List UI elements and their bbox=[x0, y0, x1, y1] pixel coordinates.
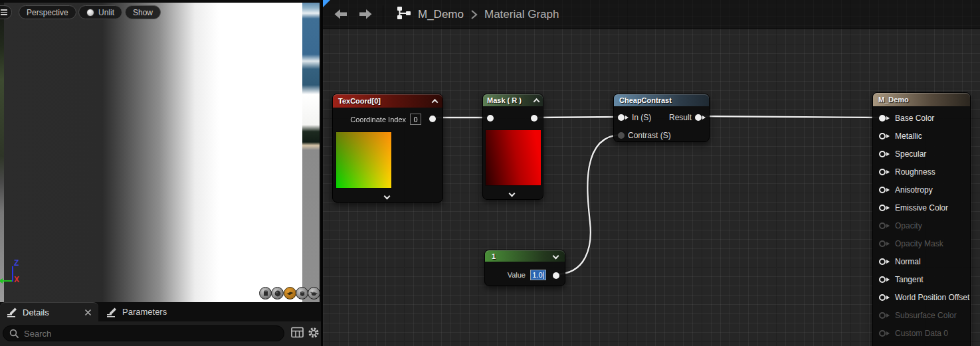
material-preview-viewport[interactable]: Perspective Unlit Show Z X bbox=[0, 0, 321, 302]
contrast-contrast-label: Contrast (S) bbox=[628, 131, 671, 140]
coordinate-index-field[interactable]: 0 bbox=[410, 114, 421, 125]
mask-output-pin[interactable] bbox=[531, 115, 538, 122]
node-constant-titlebar[interactable]: 1 bbox=[485, 250, 565, 262]
parameters-pencil-icon bbox=[106, 307, 117, 317]
contrast-result-pin[interactable] bbox=[695, 114, 706, 121]
node-cheapcontrast-titlebar[interactable]: CheapContrast bbox=[614, 94, 709, 106]
material-input-row[interactable]: Tangent bbox=[873, 270, 970, 288]
mask-input-pin[interactable] bbox=[487, 115, 494, 122]
material-input-row: Opacity bbox=[873, 216, 970, 234]
metallic-pin[interactable] bbox=[879, 133, 890, 139]
breadcrumb-asset-name[interactable]: M_Demo bbox=[418, 8, 464, 21]
node-cheapcontrast-title: CheapContrast bbox=[619, 96, 672, 104]
settings-button[interactable] bbox=[308, 327, 320, 341]
tab-details[interactable]: Details bbox=[0, 302, 98, 321]
node-material-output-titlebar[interactable]: M_Demo bbox=[873, 93, 970, 106]
preview-shape-sphere-button[interactable] bbox=[271, 287, 284, 300]
details-pencil-icon bbox=[7, 307, 17, 317]
material-input-row[interactable]: Anisotropy bbox=[873, 181, 970, 199]
breadcrumb-chevron-icon bbox=[470, 9, 478, 20]
graph-header: M_Demo Material Graph bbox=[323, 0, 980, 29]
text-caret bbox=[543, 272, 544, 279]
perspective-label: Perspective bbox=[27, 8, 68, 17]
back-arrow-icon bbox=[334, 9, 347, 20]
search-icon bbox=[9, 329, 19, 339]
contrast-contrast-pin[interactable] bbox=[618, 132, 625, 139]
display-options-button[interactable] bbox=[291, 327, 304, 341]
forward-button[interactable] bbox=[357, 8, 373, 21]
base-color-pin[interactable] bbox=[879, 115, 890, 122]
tab-parameters-label: Parameters bbox=[122, 307, 167, 317]
material-input-row[interactable]: Specular bbox=[873, 145, 970, 163]
view-mode-dropdown-button[interactable]: Unlit bbox=[78, 5, 122, 19]
search-box[interactable] bbox=[3, 325, 284, 341]
tab-well: Details Parameters bbox=[0, 302, 321, 321]
anisotropy-pin[interactable] bbox=[879, 187, 890, 193]
preview-toggle-chevron-icon[interactable] bbox=[509, 191, 516, 197]
show-dropdown-button[interactable]: Show bbox=[125, 5, 161, 19]
collapse-chevron-icon[interactable] bbox=[432, 98, 439, 105]
material-input-row[interactable]: Roughness bbox=[873, 163, 970, 181]
material-editor-window: Perspective Unlit Show Z X bbox=[0, 0, 980, 346]
tab-details-label: Details bbox=[23, 307, 79, 317]
back-button[interactable] bbox=[332, 8, 348, 21]
node-constant[interactable]: 1 Value 1.0 bbox=[484, 250, 565, 286]
axis-gizmo: Z X bbox=[0, 258, 27, 288]
wire-mask-to-contrast bbox=[534, 117, 621, 118]
roughness-pin[interactable] bbox=[879, 169, 890, 175]
node-texcoord[interactable]: TexCoord[0] Coordinate Index 0 bbox=[332, 94, 443, 203]
tangent-pin[interactable] bbox=[879, 276, 890, 283]
tab-close-button[interactable] bbox=[84, 309, 92, 316]
material-input-row[interactable]: Emissive Color bbox=[873, 199, 970, 216]
node-material-output[interactable]: M_Demo Base Color Metallic Specular Roug… bbox=[872, 92, 971, 346]
material-input-row[interactable]: Metallic bbox=[873, 127, 970, 145]
environment-background-left bbox=[0, 0, 4, 302]
opacity-mask-pin bbox=[879, 240, 890, 247]
node-constant-title: 1 bbox=[492, 252, 496, 260]
tab-parameters[interactable]: Parameters bbox=[100, 302, 173, 321]
custom-data-0-pin bbox=[879, 330, 890, 337]
contrast-in-label: In (S) bbox=[632, 113, 651, 122]
preview-shape-plane-button[interactable] bbox=[284, 287, 296, 300]
node-texcoord-title: TexCoord[0] bbox=[338, 97, 381, 105]
material-input-row[interactable]: Base Color bbox=[873, 109, 970, 127]
material-input-row[interactable]: World Position Offset bbox=[873, 288, 970, 306]
close-icon bbox=[84, 309, 92, 316]
node-mask[interactable]: Mask ( R ) bbox=[482, 94, 543, 200]
search-input[interactable] bbox=[24, 329, 278, 339]
mask-preview-swatch bbox=[485, 130, 541, 186]
material-input-row[interactable]: Normal bbox=[873, 252, 970, 270]
constant-output-pin[interactable] bbox=[553, 272, 559, 279]
preview-shape-teapot-button[interactable] bbox=[308, 287, 320, 300]
material-graph-canvas[interactable]: M_Demo Material Graph TexCoor bbox=[323, 0, 980, 346]
opacity-pin bbox=[879, 222, 890, 229]
material-input-row: Opacity Mask bbox=[873, 234, 970, 252]
sphere-icon bbox=[274, 290, 282, 298]
constant-value-field[interactable]: 1.0 bbox=[530, 270, 546, 280]
node-cheapcontrast[interactable]: CheapContrast In (S) Result Contrast (S) bbox=[613, 94, 710, 142]
preview-toggle-chevron-icon[interactable] bbox=[383, 193, 390, 200]
unlit-label: Unlit bbox=[98, 8, 114, 17]
gear-icon bbox=[308, 327, 320, 339]
world-position-offset-pin[interactable] bbox=[879, 294, 890, 301]
hamburger-icon bbox=[1, 9, 7, 15]
collapse-chevron-icon[interactable] bbox=[534, 98, 540, 104]
material-graph-icon bbox=[397, 6, 411, 23]
emissive-color-pin[interactable] bbox=[879, 205, 890, 211]
specular-pin[interactable] bbox=[879, 151, 890, 157]
node-mask-titlebar[interactable]: Mask ( R ) bbox=[483, 94, 543, 106]
axis-y-arrow bbox=[0, 278, 3, 284]
preview-shape-cube-button[interactable] bbox=[296, 287, 308, 300]
texcoord-output-pin[interactable] bbox=[429, 116, 436, 122]
breadcrumb-page-name[interactable]: Material Graph bbox=[484, 8, 559, 21]
normal-pin[interactable] bbox=[879, 258, 890, 265]
teapot-icon bbox=[310, 289, 318, 298]
forward-arrow-icon bbox=[359, 9, 373, 20]
preview-shape-cylinder-button[interactable] bbox=[259, 287, 272, 300]
node-texcoord-titlebar[interactable]: TexCoord[0] bbox=[333, 94, 442, 108]
lit-sphere-icon bbox=[86, 9, 94, 17]
perspective-dropdown-button[interactable]: Perspective bbox=[19, 5, 76, 19]
constant-value-label: Value bbox=[508, 271, 526, 279]
contrast-in-pin[interactable] bbox=[618, 114, 629, 121]
expand-chevron-icon[interactable] bbox=[553, 253, 559, 260]
